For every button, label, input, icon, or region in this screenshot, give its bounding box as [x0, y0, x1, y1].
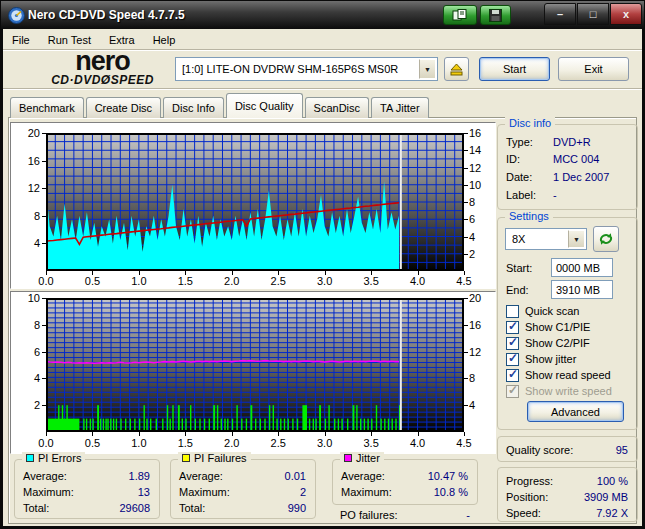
tab-strip: Benchmark Create Disc Disc Info Disc Qua… [10, 93, 431, 118]
minimize-button[interactable]: – [544, 3, 576, 25]
checkbox-label: Show jitter [525, 353, 576, 365]
axis-tick-mark [325, 271, 326, 275]
titlebar-document-button[interactable] [443, 5, 477, 25]
tab-scandisc[interactable]: ScanDisc [305, 97, 369, 118]
axis-tick-mark [185, 432, 186, 436]
speed-label: Speed: [506, 507, 541, 519]
checkbox-show-read-speed[interactable]: ✓Show read speed [506, 368, 611, 382]
axis-tick-mark [464, 202, 468, 203]
axis-tick-label: 2.0 [217, 437, 247, 449]
separator [3, 88, 642, 90]
menu-file[interactable]: File [3, 32, 39, 48]
refresh-button[interactable] [593, 226, 619, 252]
pi-errors-swatch [26, 454, 34, 462]
axis-tick-label: 2 [469, 248, 491, 260]
floppy-icon [489, 9, 502, 22]
start-button[interactable]: Start [479, 57, 550, 81]
jitter-stats-box: Jitter Average:10.47 % Maximum:10.8 % [332, 459, 478, 505]
axis-tick-label: 0.0 [31, 275, 61, 287]
check-icon: ✓ [508, 367, 518, 381]
tab-create-disc[interactable]: Create Disc [86, 97, 161, 118]
axis-tick-mark [42, 352, 46, 353]
cdnvd-speed-logo-text: CD·DVDØSPEED [30, 73, 175, 87]
advanced-button-label: Advanced [551, 406, 600, 418]
checkbox-show-c1-pie[interactable]: ✓Show C1/PIE [506, 320, 590, 334]
start-button-label: Start [503, 63, 526, 75]
nero-logo-text: nero [30, 50, 175, 73]
chevron-down-icon[interactable]: ▼ [568, 230, 585, 248]
quality-score-box: Quality score:95 [497, 436, 638, 462]
start-position-field[interactable]: 0000 MB [551, 258, 613, 277]
disc-label-value: - [553, 189, 557, 201]
axis-tick-label: 8 [469, 372, 491, 384]
axis-tick-label: 12 [10, 182, 40, 194]
average-label: Average: [341, 470, 385, 482]
disc-id-value: MCC 004 [553, 153, 599, 165]
drive-selector-combobox[interactable]: [1:0] LITE-ON DVDRW SHM-165P6S MS0R ▼ [175, 57, 438, 81]
axis-tick-label: 3.5 [356, 275, 386, 287]
eject-button[interactable] [444, 57, 469, 81]
application-window: Nero CD-DVD Speed 4.7.7.5 – □ x File Run… [0, 0, 645, 529]
jitter-legend: Jitter [340, 452, 384, 464]
checkbox-show-jitter[interactable]: ✓Show jitter [506, 352, 576, 366]
checkbox-box[interactable]: ✓ [506, 305, 519, 318]
checkbox-show-c2-pif[interactable]: ✓Show C2/PIF [506, 336, 590, 350]
refresh-icon [598, 231, 614, 247]
end-position-label: End: [506, 282, 546, 297]
po-failures-label: PO failures: [340, 509, 397, 521]
tab-benchmark[interactable]: Benchmark [10, 97, 84, 118]
end-position-field[interactable]: 3910 MB [551, 280, 613, 299]
axis-tick-mark [464, 271, 465, 275]
document-icon [452, 9, 468, 21]
axis-tick-mark [42, 405, 46, 406]
axis-tick-label: 20 [469, 292, 491, 304]
tab-disc-info[interactable]: Disc Info [163, 97, 224, 118]
axis-tick-label: 6 [469, 213, 491, 225]
axis-tick-mark [278, 271, 279, 275]
checkbox-box[interactable]: ✓ [506, 321, 519, 334]
check-icon: ✓ [508, 335, 518, 349]
titlebar-save-button[interactable] [480, 5, 511, 25]
checkbox-label: Show C2/PIF [525, 337, 590, 349]
disc-info-groupbox: Disc info Type:DVD+R ID:MCC 004 Date:1 D… [497, 124, 638, 210]
tab-ta-jitter[interactable]: TA Jitter [371, 97, 429, 118]
tab-disc-quality[interactable]: Disc Quality [226, 93, 303, 118]
axis-tick-mark [464, 325, 468, 326]
checkbox-box[interactable]: ✓ [506, 353, 519, 366]
menu-help[interactable]: Help [144, 32, 185, 48]
checkbox-box[interactable]: ✓ [506, 337, 519, 350]
maximum-label: Maximum: [341, 486, 392, 498]
average-value: 0.01 [285, 470, 306, 482]
checkbox-label: Show write speed [525, 385, 612, 397]
exit-button[interactable]: Exit [558, 57, 629, 81]
axis-tick-label: 4.5 [449, 437, 479, 449]
checkbox-quick-scan[interactable]: ✓Quick scan [506, 304, 579, 318]
pi-errors-legend: PI Errors [22, 452, 85, 464]
axis-tick-mark [42, 133, 46, 134]
axis-tick-mark [139, 432, 140, 436]
axis-tick-mark [42, 298, 46, 299]
pi-failures-stats-box: PI Failures Average:0.01 Maximum:2 Total… [170, 459, 316, 519]
checkbox-label: Show read speed [525, 369, 611, 381]
checkbox-box[interactable]: ✓ [506, 369, 519, 382]
axis-tick-mark [92, 432, 93, 436]
axis-tick-mark [46, 271, 47, 275]
axis-tick-label: 2.0 [217, 275, 247, 287]
pi-errors-stats-box: PI Errors Average:1.89 Maximum:13 Total:… [14, 459, 160, 519]
window-title: Nero CD-DVD Speed 4.7.7.5 [28, 8, 185, 22]
axis-tick-label: 0.0 [31, 437, 61, 449]
axis-tick-label: 4.5 [449, 275, 479, 287]
axis-tick-label: 6 [10, 346, 40, 358]
axis-tick-mark [464, 168, 468, 169]
chevron-down-icon[interactable]: ▼ [419, 59, 436, 79]
close-button[interactable]: x [610, 3, 642, 25]
axis-tick-mark [371, 271, 372, 275]
scan-speed-combobox[interactable]: 8X ▼ [505, 228, 587, 250]
axis-tick-label: 20 [10, 127, 40, 139]
axis-tick-mark [325, 432, 326, 436]
axis-tick-label: 1.0 [124, 437, 154, 449]
close-icon: x [623, 8, 629, 20]
axis-tick-label: 2.5 [263, 437, 293, 449]
advanced-button[interactable]: Advanced [527, 401, 624, 422]
maximize-button[interactable]: □ [577, 3, 609, 25]
